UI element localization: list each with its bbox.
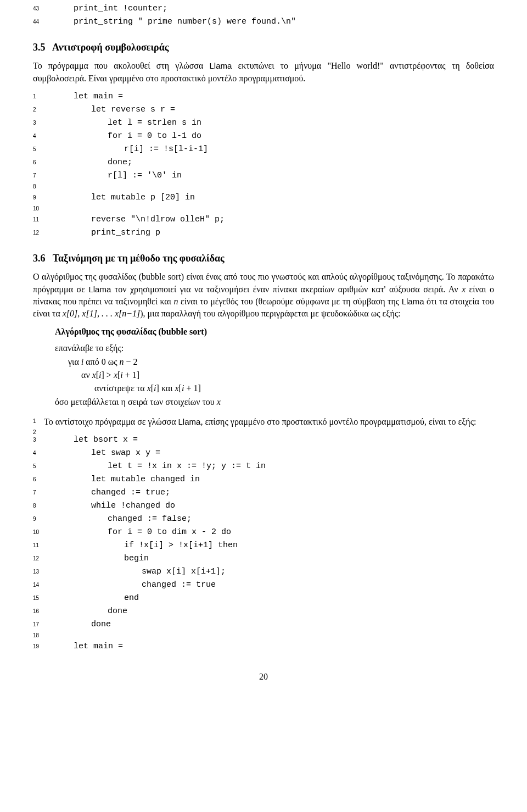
code-text: print_string p <box>47 226 160 240</box>
lang-name: Llama <box>209 61 232 70</box>
code-text: let l = strlen s in <box>47 116 201 130</box>
code-line: 16done <box>33 605 494 618</box>
code-text: r[l] := '\0' in <box>47 169 182 182</box>
line-number: 2 <box>0 429 47 436</box>
line-number: 19 <box>33 642 47 651</box>
code-text: end <box>47 592 139 605</box>
code-text: changed := true <box>47 579 216 592</box>
section-heading-3-6: 3.6 Ταξινόμηση με τη μέθοδο της φυσαλίδα… <box>33 252 494 265</box>
code-line: 3let l = strlen s in <box>33 116 494 130</box>
code-line: 11reverse "\n!dlrow olleH" p; <box>33 213 494 226</box>
code-text: changed := true; <box>47 486 170 499</box>
code-text: begin <box>47 552 149 565</box>
line-number: 44 <box>33 18 47 26</box>
code-line: 9let mutable p [20] in <box>33 191 494 204</box>
code-text: changed := false; <box>47 513 192 526</box>
code-text: for i = 0 to l-1 do <box>47 130 201 143</box>
section-number: 3.5 <box>33 42 46 53</box>
line-number: 18 <box>33 631 47 640</box>
line-number: 2 <box>33 105 47 114</box>
code-line: 8 <box>33 182 494 191</box>
line-number: 10 <box>33 528 47 537</box>
code-line: 4for i = 0 to l-1 do <box>33 130 494 143</box>
code-line: 10 <box>33 204 494 213</box>
code-text: swap x[i] x[i+1]; <box>47 565 226 579</box>
code-line: 15end <box>33 592 494 605</box>
code-text: done <box>47 618 111 631</box>
line-number: 16 <box>33 607 47 616</box>
pseudocode-line: αντίστρεψε τα x[i] και x[i + 1] <box>55 382 494 394</box>
code-line: 17done <box>33 618 494 631</box>
code-line: 18 <box>33 631 494 640</box>
line-number: 5 <box>33 145 47 154</box>
code-line: 44print_string " prime number(s) were fo… <box>33 15 494 29</box>
code-text: for i = 0 to dim x - 2 do <box>47 526 231 539</box>
line-number: 17 <box>33 620 47 629</box>
line-number: 1 <box>33 92 47 101</box>
code-text: let main = <box>47 90 123 103</box>
code-line: 11if !x[i] > !x[i+1] then <box>33 539 494 552</box>
code-text: while !changed do <box>47 499 175 513</box>
section-title: Αντιστροφή συμβολοσειράς <box>52 42 169 53</box>
line-number: 11 <box>33 215 47 224</box>
line-number: 11 <box>33 541 47 550</box>
line-number: 7 <box>33 171 47 180</box>
section-36-paragraph-2: Το αντίστοιχο πρόγραμμα σε γλώσσα Llama,… <box>33 416 494 428</box>
code-line: 7r[l] := '\0' in <box>33 169 494 182</box>
code-line: 13swap x[i] x[i+1]; <box>33 565 494 579</box>
section-36-paragraph-2-wrapper: 1 2 Το αντίστοιχο πρόγραμμα σε γλώσσα Ll… <box>33 416 494 428</box>
line-number: 3 <box>33 119 47 127</box>
code-line: 2let reverse s r = <box>33 103 494 116</box>
lang-name: Llama <box>178 417 201 426</box>
code-line: 10for i = 0 to dim x - 2 do <box>33 526 494 539</box>
section-title: Ταξινόμηση με τη μέθοδο της φυσαλίδας <box>53 253 225 264</box>
code-text: done; <box>47 156 132 169</box>
pseudocode-line: αν x[i] > x[i + 1] <box>55 369 494 381</box>
code-line: 8while !changed do <box>33 499 494 513</box>
code-block-reverse: 1let main =2let reverse s r =3let l = st… <box>33 90 494 240</box>
line-number: 10 <box>33 204 47 213</box>
line-number: 13 <box>33 568 47 576</box>
line-number: 4 <box>33 132 47 141</box>
code-text: reverse "\n!dlrow olleH" p; <box>47 213 225 226</box>
line-number: 6 <box>33 158 47 167</box>
code-line: 3let bsort x = <box>33 433 494 447</box>
code-text: let mutable changed in <box>47 473 200 486</box>
lang-name: Llama <box>402 297 424 306</box>
line-number: 5 <box>33 462 47 471</box>
lang-name: Llama <box>88 285 111 294</box>
code-text: if !x[i] > !x[i+1] then <box>47 539 238 552</box>
code-text: let swap x y = <box>47 447 160 460</box>
line-number: 9 <box>33 515 47 524</box>
line-number: 1 <box>0 418 47 425</box>
code-line: 1let main = <box>33 90 494 103</box>
algorithm-pseudocode: Αλγόριθμος της φυσαλίδας (bubble sort) ε… <box>55 326 494 408</box>
line-number: 9 <box>33 193 47 202</box>
line-number: 8 <box>33 502 47 510</box>
line-number: 12 <box>33 554 47 563</box>
code-text: print_string " prime number(s) were foun… <box>47 15 296 29</box>
code-line: 6let mutable changed in <box>33 473 494 486</box>
code-text: print_int !counter; <box>47 2 167 15</box>
page-number: 20 <box>33 671 494 683</box>
code-line: 5let t = !x in x := !y; y := t in <box>33 460 494 473</box>
section-heading-3-5: 3.5 Αντιστροφή συμβολοσειράς <box>33 41 494 54</box>
line-number: 7 <box>33 488 47 497</box>
line-number: 14 <box>33 581 47 589</box>
code-block-prime-end: 43print_int !counter;44print_string " pr… <box>33 2 494 29</box>
code-line: 9changed := false; <box>33 513 494 526</box>
code-line: 4let swap x y = <box>33 447 494 460</box>
code-line: 12begin <box>33 552 494 565</box>
code-text: let bsort x = <box>47 433 138 447</box>
code-line: 6done; <box>33 156 494 169</box>
code-line: 7changed := true; <box>33 486 494 499</box>
code-text: let reverse s r = <box>47 103 175 116</box>
code-text: let mutable p [20] in <box>47 191 195 204</box>
code-block-bsort: 3let bsort x =4let swap x y =5let t = !x… <box>33 433 494 653</box>
code-text: done <box>47 605 127 618</box>
code-text: r[i] := !s[l-i-1] <box>47 143 208 156</box>
line-number: 8 <box>33 182 47 191</box>
line-number: 3 <box>33 436 47 444</box>
pseudocode-line: επανάλαβε το εξής: <box>55 342 494 354</box>
section-number: 3.6 <box>33 253 46 264</box>
